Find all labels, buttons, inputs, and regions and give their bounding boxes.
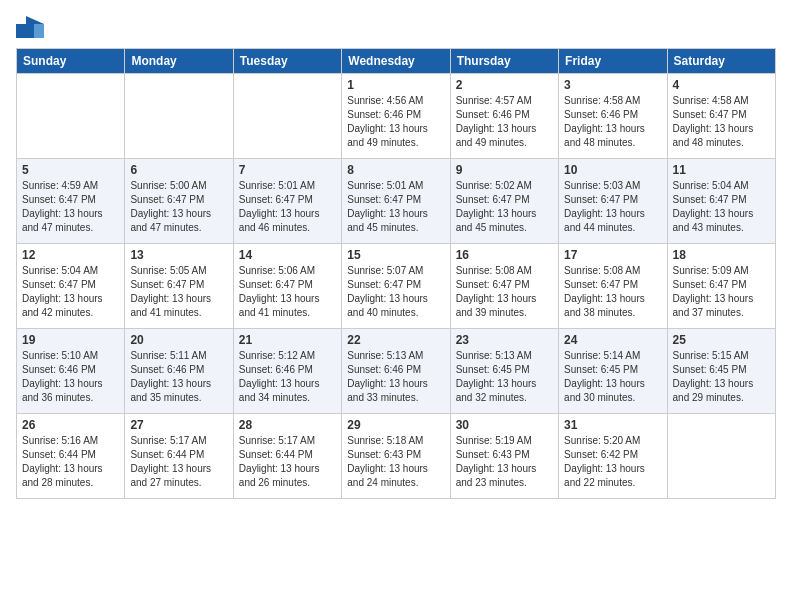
day-detail: Sunrise: 4:58 AM Sunset: 6:46 PM Dayligh… (564, 94, 661, 150)
day-number: 20 (130, 333, 227, 347)
day-cell (667, 414, 775, 499)
day-cell: 15Sunrise: 5:07 AM Sunset: 6:47 PM Dayli… (342, 244, 450, 329)
day-detail: Sunrise: 4:56 AM Sunset: 6:46 PM Dayligh… (347, 94, 444, 150)
day-cell: 26Sunrise: 5:16 AM Sunset: 6:44 PM Dayli… (17, 414, 125, 499)
day-number: 18 (673, 248, 770, 262)
day-detail: Sunrise: 5:10 AM Sunset: 6:46 PM Dayligh… (22, 349, 119, 405)
day-detail: Sunrise: 5:08 AM Sunset: 6:47 PM Dayligh… (564, 264, 661, 320)
week-row-5: 26Sunrise: 5:16 AM Sunset: 6:44 PM Dayli… (17, 414, 776, 499)
day-detail: Sunrise: 5:18 AM Sunset: 6:43 PM Dayligh… (347, 434, 444, 490)
day-detail: Sunrise: 5:04 AM Sunset: 6:47 PM Dayligh… (673, 179, 770, 235)
day-number: 5 (22, 163, 119, 177)
day-number: 24 (564, 333, 661, 347)
day-number: 16 (456, 248, 553, 262)
day-number: 6 (130, 163, 227, 177)
col-header-wednesday: Wednesday (342, 49, 450, 74)
day-number: 8 (347, 163, 444, 177)
day-detail: Sunrise: 5:17 AM Sunset: 6:44 PM Dayligh… (130, 434, 227, 490)
day-number: 21 (239, 333, 336, 347)
day-detail: Sunrise: 5:17 AM Sunset: 6:44 PM Dayligh… (239, 434, 336, 490)
day-detail: Sunrise: 5:05 AM Sunset: 6:47 PM Dayligh… (130, 264, 227, 320)
day-cell (17, 74, 125, 159)
col-header-thursday: Thursday (450, 49, 558, 74)
day-number: 15 (347, 248, 444, 262)
day-number: 22 (347, 333, 444, 347)
day-number: 28 (239, 418, 336, 432)
svg-marker-2 (34, 24, 44, 38)
day-cell: 22Sunrise: 5:13 AM Sunset: 6:46 PM Dayli… (342, 329, 450, 414)
day-detail: Sunrise: 5:04 AM Sunset: 6:47 PM Dayligh… (22, 264, 119, 320)
day-detail: Sunrise: 5:03 AM Sunset: 6:47 PM Dayligh… (564, 179, 661, 235)
day-cell: 18Sunrise: 5:09 AM Sunset: 6:47 PM Dayli… (667, 244, 775, 329)
day-detail: Sunrise: 5:08 AM Sunset: 6:47 PM Dayligh… (456, 264, 553, 320)
day-detail: Sunrise: 5:06 AM Sunset: 6:47 PM Dayligh… (239, 264, 336, 320)
day-cell: 17Sunrise: 5:08 AM Sunset: 6:47 PM Dayli… (559, 244, 667, 329)
week-row-1: 1Sunrise: 4:56 AM Sunset: 6:46 PM Daylig… (17, 74, 776, 159)
day-cell: 29Sunrise: 5:18 AM Sunset: 6:43 PM Dayli… (342, 414, 450, 499)
day-cell: 3Sunrise: 4:58 AM Sunset: 6:46 PM Daylig… (559, 74, 667, 159)
day-detail: Sunrise: 5:19 AM Sunset: 6:43 PM Dayligh… (456, 434, 553, 490)
day-cell: 11Sunrise: 5:04 AM Sunset: 6:47 PM Dayli… (667, 159, 775, 244)
day-number: 17 (564, 248, 661, 262)
day-number: 14 (239, 248, 336, 262)
day-detail: Sunrise: 4:58 AM Sunset: 6:47 PM Dayligh… (673, 94, 770, 150)
col-header-tuesday: Tuesday (233, 49, 341, 74)
day-cell (125, 74, 233, 159)
day-cell: 31Sunrise: 5:20 AM Sunset: 6:42 PM Dayli… (559, 414, 667, 499)
day-number: 2 (456, 78, 553, 92)
day-cell: 28Sunrise: 5:17 AM Sunset: 6:44 PM Dayli… (233, 414, 341, 499)
day-cell: 23Sunrise: 5:13 AM Sunset: 6:45 PM Dayli… (450, 329, 558, 414)
day-number: 31 (564, 418, 661, 432)
col-header-saturday: Saturday (667, 49, 775, 74)
day-number: 3 (564, 78, 661, 92)
day-detail: Sunrise: 5:00 AM Sunset: 6:47 PM Dayligh… (130, 179, 227, 235)
day-cell: 30Sunrise: 5:19 AM Sunset: 6:43 PM Dayli… (450, 414, 558, 499)
week-row-3: 12Sunrise: 5:04 AM Sunset: 6:47 PM Dayli… (17, 244, 776, 329)
day-cell: 8Sunrise: 5:01 AM Sunset: 6:47 PM Daylig… (342, 159, 450, 244)
day-detail: Sunrise: 5:12 AM Sunset: 6:46 PM Dayligh… (239, 349, 336, 405)
day-number: 27 (130, 418, 227, 432)
day-number: 1 (347, 78, 444, 92)
day-detail: Sunrise: 5:11 AM Sunset: 6:46 PM Dayligh… (130, 349, 227, 405)
day-number: 29 (347, 418, 444, 432)
week-row-4: 19Sunrise: 5:10 AM Sunset: 6:46 PM Dayli… (17, 329, 776, 414)
day-detail: Sunrise: 5:16 AM Sunset: 6:44 PM Dayligh… (22, 434, 119, 490)
day-detail: Sunrise: 5:07 AM Sunset: 6:47 PM Dayligh… (347, 264, 444, 320)
day-cell: 13Sunrise: 5:05 AM Sunset: 6:47 PM Dayli… (125, 244, 233, 329)
day-detail: Sunrise: 5:13 AM Sunset: 6:45 PM Dayligh… (456, 349, 553, 405)
day-cell: 19Sunrise: 5:10 AM Sunset: 6:46 PM Dayli… (17, 329, 125, 414)
day-detail: Sunrise: 5:02 AM Sunset: 6:47 PM Dayligh… (456, 179, 553, 235)
day-number: 23 (456, 333, 553, 347)
day-detail: Sunrise: 5:01 AM Sunset: 6:47 PM Dayligh… (347, 179, 444, 235)
day-cell: 7Sunrise: 5:01 AM Sunset: 6:47 PM Daylig… (233, 159, 341, 244)
day-cell: 2Sunrise: 4:57 AM Sunset: 6:46 PM Daylig… (450, 74, 558, 159)
day-number: 19 (22, 333, 119, 347)
day-detail: Sunrise: 5:20 AM Sunset: 6:42 PM Dayligh… (564, 434, 661, 490)
col-header-monday: Monday (125, 49, 233, 74)
logo-icon (16, 16, 44, 38)
day-cell: 12Sunrise: 5:04 AM Sunset: 6:47 PM Dayli… (17, 244, 125, 329)
svg-rect-0 (16, 24, 34, 38)
day-detail: Sunrise: 4:59 AM Sunset: 6:47 PM Dayligh… (22, 179, 119, 235)
day-number: 10 (564, 163, 661, 177)
day-cell: 6Sunrise: 5:00 AM Sunset: 6:47 PM Daylig… (125, 159, 233, 244)
day-cell: 24Sunrise: 5:14 AM Sunset: 6:45 PM Dayli… (559, 329, 667, 414)
day-number: 11 (673, 163, 770, 177)
day-cell: 16Sunrise: 5:08 AM Sunset: 6:47 PM Dayli… (450, 244, 558, 329)
week-row-2: 5Sunrise: 4:59 AM Sunset: 6:47 PM Daylig… (17, 159, 776, 244)
day-detail: Sunrise: 5:13 AM Sunset: 6:46 PM Dayligh… (347, 349, 444, 405)
day-detail: Sunrise: 4:57 AM Sunset: 6:46 PM Dayligh… (456, 94, 553, 150)
day-number: 9 (456, 163, 553, 177)
day-cell: 20Sunrise: 5:11 AM Sunset: 6:46 PM Dayli… (125, 329, 233, 414)
day-cell (233, 74, 341, 159)
day-number: 12 (22, 248, 119, 262)
svg-marker-1 (26, 16, 44, 24)
page-header (16, 16, 776, 38)
day-cell: 25Sunrise: 5:15 AM Sunset: 6:45 PM Dayli… (667, 329, 775, 414)
day-number: 13 (130, 248, 227, 262)
day-cell: 27Sunrise: 5:17 AM Sunset: 6:44 PM Dayli… (125, 414, 233, 499)
day-cell: 1Sunrise: 4:56 AM Sunset: 6:46 PM Daylig… (342, 74, 450, 159)
col-header-friday: Friday (559, 49, 667, 74)
day-cell: 5Sunrise: 4:59 AM Sunset: 6:47 PM Daylig… (17, 159, 125, 244)
day-detail: Sunrise: 5:01 AM Sunset: 6:47 PM Dayligh… (239, 179, 336, 235)
